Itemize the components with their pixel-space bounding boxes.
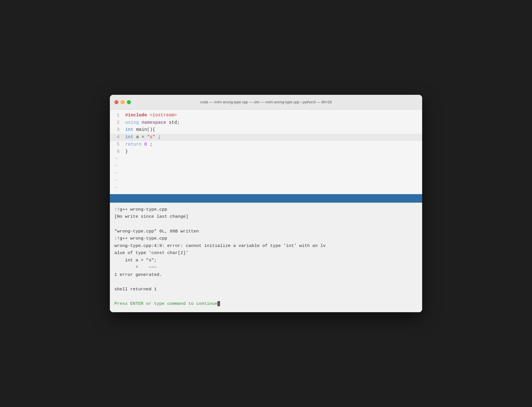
- titlebar: code — nvim wrong-type.cpp — vim — nvim …: [110, 95, 422, 110]
- code-line-4: 4 int a = "s" ;: [110, 134, 422, 141]
- header-iostream: <iostream>: [150, 113, 177, 118]
- minimize-button[interactable]: [121, 100, 125, 104]
- terminal-line-4: :!g++ wrong-type.cpp: [114, 235, 418, 242]
- semicolon: ;: [158, 135, 161, 140]
- terminal-line-7: int a = "s";: [114, 257, 418, 264]
- line-content-1: #include <iostream>: [124, 112, 422, 119]
- keyword-return: return: [125, 142, 142, 147]
- terminal-line-8: ^ ~~~: [114, 264, 418, 271]
- line-number-6: 6: [110, 148, 124, 156]
- number-zero: 0: [144, 142, 147, 147]
- terminal-line-blank-1: [114, 221, 418, 228]
- tilde-1: ~: [110, 156, 422, 163]
- tilde-4: ~: [110, 177, 422, 185]
- terminal-line-3: "wrong-type.cpp" 6L, 86B written: [114, 228, 418, 235]
- tilde-3: ~: [110, 170, 422, 177]
- line-number-1: 1: [110, 112, 124, 119]
- line-content-2: using namespace std;: [124, 119, 422, 127]
- line-content-6: }: [124, 148, 422, 156]
- code-line-3: 3 int main(){: [110, 126, 422, 134]
- line-number-3: 3: [110, 126, 124, 134]
- keyword-int-inner: int: [125, 135, 133, 140]
- code-line-1: 1 #include <iostream>: [110, 112, 422, 119]
- terminal-line-blank-2: [114, 278, 418, 286]
- terminal-output: :!g++ wrong-type.cpp [No write since las…: [110, 203, 422, 312]
- space: a =: [136, 135, 147, 140]
- space: std;: [169, 120, 180, 125]
- traffic-lights: [114, 100, 131, 104]
- keyword-using: using: [125, 120, 139, 125]
- editor-area: 1 #include <iostream> 2 using namespace: [110, 110, 422, 312]
- tilde-2: ~: [110, 163, 422, 170]
- terminal-line-9: 1 error generated.: [114, 271, 418, 279]
- line-number-2: 2: [110, 119, 124, 127]
- terminal-line-6: alue of type 'const char[2]': [114, 249, 418, 257]
- tilde-5: ~: [110, 184, 422, 192]
- maximize-button[interactable]: [127, 100, 131, 104]
- string-literal: "s": [147, 135, 155, 140]
- window-title: code — nvim wrong-type.cpp — vim — nvim …: [200, 100, 332, 104]
- line-number-5: 5: [110, 141, 124, 148]
- line-content-5: return 0 ;: [124, 141, 422, 148]
- line-number-4: 4: [110, 134, 124, 141]
- code-line-5: 5 return 0 ;: [110, 141, 422, 148]
- press-enter-line: Press ENTER or type command to continue: [114, 300, 418, 308]
- terminal-line-10: shell returned 1: [114, 286, 418, 293]
- code-line-6: 6 }: [110, 148, 422, 156]
- semicolon: ;: [150, 142, 152, 147]
- terminal-line-2: [No write since last change]: [114, 213, 418, 221]
- keyword-include: #include: [125, 113, 147, 118]
- space: main(){: [136, 127, 155, 132]
- line-content-3: int main(){: [124, 126, 422, 134]
- terminal-line-1: :!g++ wrong-type.cpp: [114, 206, 418, 213]
- close-button[interactable]: [114, 100, 118, 104]
- terminal-line-blank-3: [114, 293, 418, 301]
- status-bar: [110, 194, 422, 203]
- terminal-window: code — nvim wrong-type.cpp — vim — nvim …: [110, 95, 422, 312]
- line-content-4: int a = "s" ;: [124, 134, 422, 141]
- keyword-int: int: [125, 127, 133, 132]
- keyword-namespace: namespace: [142, 120, 166, 125]
- code-section: 1 #include <iostream> 2 using namespace: [110, 110, 422, 194]
- cursor: [217, 301, 220, 306]
- code-line-2: 2 using namespace std;: [110, 119, 422, 127]
- terminal-line-5: wrong-type.cpp:4:9: error: cannot initia…: [114, 242, 418, 250]
